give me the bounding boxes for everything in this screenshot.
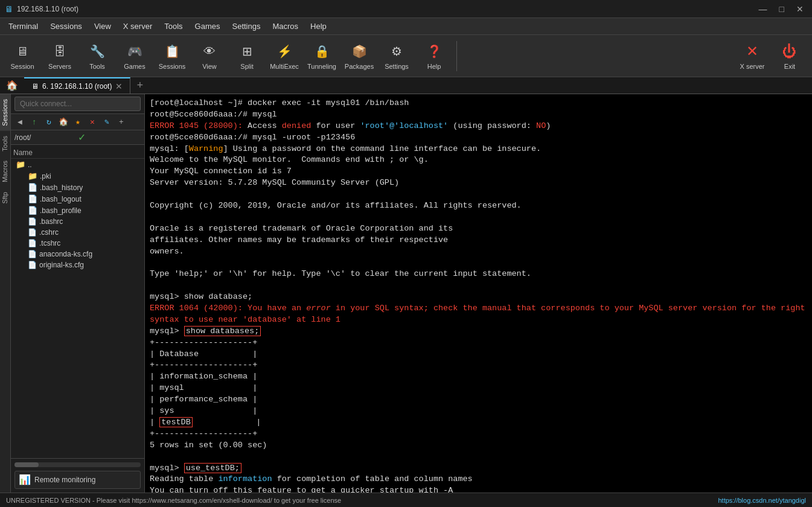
servers-button[interactable]: 🗄 Servers — [42, 38, 77, 74]
tunneling-icon: 🔒 — [312, 42, 331, 61]
quick-connect-input[interactable] — [14, 97, 141, 111]
stb-up[interactable]: ↑ — [28, 115, 41, 129]
quick-connect-area — [11, 94, 144, 114]
table-header: | Database | — [150, 349, 807, 360]
help-button[interactable]: ❓ Help — [417, 38, 452, 74]
menu-view[interactable]: View — [88, 19, 117, 33]
servers-label: Servers — [48, 63, 71, 70]
edge-tab-sftp[interactable]: Sftp — [0, 187, 10, 209]
menu-settings[interactable]: Settings — [226, 19, 267, 33]
folder-icon-5: 📄 — [28, 206, 37, 215]
file-tree[interactable]: Name 📁 .. 📁 .pki 📄 .bash_history — [11, 145, 144, 458]
stb-back[interactable]: ◀ — [13, 115, 27, 129]
terminal-rows-count: 5 rows in set (0.00 sec) — [150, 440, 807, 451]
menu-macros[interactable]: Macros — [266, 19, 304, 33]
table-border-2: +--------------------+ — [150, 360, 807, 371]
stb-delete[interactable]: ✕ — [86, 115, 99, 129]
path-bar: /root/ ✓ — [11, 130, 144, 145]
tools-label: Tools — [89, 63, 105, 70]
terminal-line-show-dbs: mysql> show databases; — [150, 326, 807, 337]
menu-games[interactable]: Games — [189, 19, 226, 33]
packages-button[interactable]: 📦 Packages — [342, 38, 377, 74]
tree-item-bashrc[interactable]: 📄 .bashrc — [11, 216, 144, 227]
stb-edit[interactable]: ✎ — [100, 115, 113, 129]
edge-tabs: Sessions Tools Macros Sftp — [0, 94, 11, 507]
tools-icon: 🔧 — [88, 42, 107, 61]
sessions-button[interactable]: 📋 Sessions — [155, 38, 190, 74]
terminal-reading-table: Reading table information for completion… — [150, 474, 807, 485]
terminal-line-13: affiliates. Other names may be trademark… — [150, 235, 807, 246]
stb-bookmark[interactable]: ★ — [71, 115, 85, 129]
exit-button[interactable]: ⏻ Exit — [772, 38, 807, 74]
toolbar: 🖥 Session 🗄 Servers 🔧 Tools 🎮 Games 📋 Se… — [0, 35, 812, 77]
terminal-line-1: [root@localhost ~]# docker exec -it mysq… — [150, 98, 807, 109]
stb-home[interactable]: 🏠 — [57, 115, 70, 129]
status-text: UNREGISTERED VERSION - Please visit http… — [6, 497, 341, 504]
file-icon-3: 📄 — [28, 239, 37, 247]
maximize-btn[interactable]: □ — [776, 3, 788, 15]
terminal-area[interactable]: [root@localhost ~]# docker exec -it mysq… — [145, 94, 812, 507]
file-icon-2: 📄 — [28, 228, 37, 237]
tree-item-bash-logout[interactable]: 📄 .bash_logout — [11, 193, 144, 205]
horizontal-scrollbar[interactable] — [14, 462, 141, 467]
table-row-perf-schema: | performance_schema | — [150, 394, 807, 406]
edge-tab-sessions[interactable]: Sessions — [0, 94, 10, 131]
terminal-blank-1 — [150, 451, 807, 463]
table-row-testdb: | testDB | — [150, 417, 807, 429]
games-label: Games — [124, 63, 145, 70]
window-controls[interactable]: — □ ✕ — [755, 3, 807, 15]
tab-add-btn[interactable]: + — [130, 77, 149, 94]
menu-tools[interactable]: Tools — [158, 19, 188, 33]
multiexec-icon: ⚡ — [275, 42, 294, 61]
edge-tab-tools[interactable]: Tools — [0, 131, 10, 156]
tree-item-cshrc[interactable]: 📄 .cshrc — [11, 227, 144, 238]
menu-help[interactable]: Help — [304, 19, 333, 33]
title-text: 192.168.1.10 (root) — [17, 5, 755, 13]
menu-bar: Terminal Sessions View X server Tools Ga… — [0, 18, 812, 35]
view-button[interactable]: 👁 View — [192, 38, 227, 74]
terminal-line-17 — [150, 280, 807, 292]
session-icon: 🖥 — [13, 42, 32, 61]
tunneling-label: Tunneling — [307, 63, 336, 70]
split-button[interactable]: ⊞ Split — [229, 38, 264, 74]
menu-xserver[interactable]: X server — [117, 19, 158, 33]
tree-item-dotdot[interactable]: 📁 .. — [11, 159, 144, 170]
table-row-mysql: | mysql | — [150, 383, 807, 394]
xserver-label: X server — [740, 63, 765, 70]
tree-item-original[interactable]: 📄 original-ks.cfg — [11, 260, 144, 270]
tunneling-button[interactable]: 🔒 Tunneling — [304, 38, 339, 74]
tab-close-btn[interactable]: ✕ — [115, 81, 123, 91]
folder-icon-4: 📄 — [28, 194, 37, 203]
close-btn[interactable]: ✕ — [793, 3, 807, 15]
multiexec-button[interactable]: ⚡ MultiExec — [267, 38, 302, 74]
stb-new[interactable]: + — [115, 115, 128, 129]
minimize-btn[interactable]: — — [755, 3, 771, 15]
menu-terminal[interactable]: Terminal — [2, 19, 44, 33]
stb-refresh[interactable]: ↻ — [42, 115, 56, 129]
tree-item-tcshrc[interactable]: 📄 .tcshrc — [11, 238, 144, 249]
terminal-line-15 — [150, 257, 807, 269]
sidebar: Sessions Tools Macros Sftp ◀ ↑ ↻ 🏠 ★ — [0, 94, 145, 507]
settings-button[interactable]: ⚙ Settings — [379, 38, 414, 74]
tools-button[interactable]: 🔧 Tools — [80, 38, 115, 74]
terminal-line-8: Server version: 5.7.28 MySQL Community S… — [150, 177, 807, 189]
tree-item-bash-history[interactable]: 📄 .bash_history — [11, 182, 144, 193]
tab-session[interactable]: 🖥 6. 192.168.1.10 (root) ✕ — [24, 77, 130, 94]
remote-monitoring-btn[interactable]: 📊 Remote monitoring — [14, 471, 141, 489]
scroll-thumb[interactable] — [14, 462, 39, 467]
terminal-line-19: ERROR 1064 (42000): You have an error in… — [150, 303, 807, 326]
menu-sessions[interactable]: Sessions — [44, 19, 88, 33]
xserver-button[interactable]: ✕ X server — [735, 38, 770, 74]
help-label: Help — [427, 63, 441, 70]
games-button[interactable]: 🎮 Games — [117, 38, 152, 74]
session-button[interactable]: 🖥 Session — [5, 38, 40, 74]
tree-item-anaconda[interactable]: 📄 anaconda-ks.cfg — [11, 249, 144, 260]
tree-item-pki[interactable]: 📁 .pki — [11, 170, 144, 182]
file-icon-4: 📄 — [28, 250, 37, 258]
path-check-icon: ✓ — [78, 132, 141, 143]
tree-item-bash-profile[interactable]: 📄 .bash_profile — [11, 205, 144, 216]
terminal-line-5: mysql: [Warning] Using a password on the… — [150, 144, 807, 155]
edge-tab-macros[interactable]: Macros — [0, 156, 10, 187]
table-row-sys: | sys | — [150, 406, 807, 417]
toolbar-right: ✕ X server ⏻ Exit — [735, 38, 807, 74]
